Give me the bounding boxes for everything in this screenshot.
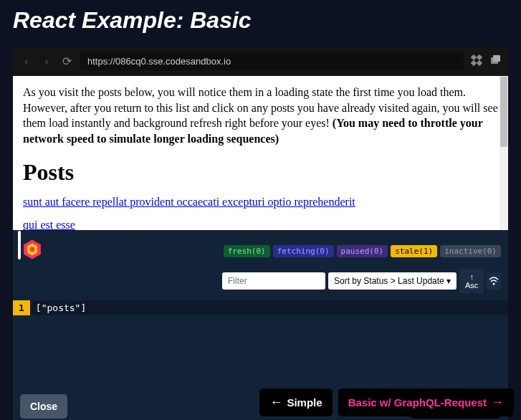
- grid-icon[interactable]: [471, 54, 482, 69]
- url-bar[interactable]: https://086cq0.sse.codesandbox.io: [80, 52, 464, 70]
- forward-icon[interactable]: ›: [40, 55, 53, 68]
- scrollbar-track[interactable]: [500, 76, 508, 230]
- devtools-controls: Sort by Status > Last Update ▾ ↑ Asc: [13, 269, 508, 300]
- arrow-left-icon: ←: [269, 395, 282, 410]
- react-query-logo-icon: [20, 237, 44, 264]
- window-icon[interactable]: [489, 54, 501, 69]
- devtools-body: [13, 315, 508, 387]
- badge-fresh[interactable]: fresh(0): [224, 245, 270, 257]
- pagination-nav: ← Simple Basic w/ GraphQL-Request →: [259, 388, 514, 416]
- query-count: 1: [13, 300, 30, 315]
- scrollbar-thumb[interactable]: [500, 77, 507, 147]
- nav-bar: ‹ › ⟳ https://086cq0.sse.codesandbox.io: [13, 47, 508, 76]
- post-link[interactable]: sunt aut facere repellat provident occae…: [23, 196, 498, 209]
- browser-chrome: ‹ › ⟳ https://086cq0.sse.codesandbox.io …: [13, 47, 508, 420]
- posts-heading: Posts: [23, 159, 498, 186]
- badge-paused[interactable]: paused(0): [337, 245, 388, 257]
- devtools-header: fresh(0) fetching(0) paused(0) stale(1) …: [13, 230, 508, 269]
- badge-inactive[interactable]: inactive(0): [440, 245, 501, 257]
- back-icon[interactable]: ‹: [20, 55, 33, 68]
- next-label: Basic w/ GraphQL-Request: [348, 396, 487, 409]
- intro-text: As you visit the posts below, you will n…: [23, 85, 498, 146]
- content-area: As you visit the posts below, you will n…: [13, 76, 508, 230]
- svg-rect-0: [471, 54, 477, 60]
- arrow-right-icon: →: [491, 395, 504, 410]
- prev-label: Simple: [287, 396, 322, 409]
- badge-stale[interactable]: stale(1): [391, 245, 437, 257]
- next-page-button[interactable]: Basic w/ GraphQL-Request →: [338, 388, 514, 416]
- reload-icon[interactable]: ⟳: [60, 54, 73, 68]
- svg-rect-1: [477, 54, 482, 60]
- svg-point-9: [493, 283, 495, 285]
- prev-page-button[interactable]: ← Simple: [259, 388, 332, 416]
- status-badges: fresh(0) fetching(0) paused(0) stale(1) …: [224, 245, 501, 257]
- filter-input[interactable]: [222, 272, 325, 290]
- badge-fetching[interactable]: fetching(0): [273, 245, 334, 257]
- resize-handle[interactable]: [18, 231, 21, 259]
- svg-rect-5: [493, 55, 500, 62]
- query-key: ["posts"]: [30, 300, 92, 315]
- wifi-icon[interactable]: [487, 272, 501, 290]
- post-link[interactable]: qui est esse: [23, 219, 498, 230]
- svg-rect-3: [477, 59, 482, 65]
- sort-button[interactable]: Sort by Status > Last Update ▾: [328, 272, 457, 290]
- svg-rect-2: [471, 59, 477, 65]
- asc-button[interactable]: ↑ Asc: [459, 269, 484, 293]
- page-title: React Example: Basic: [0, 0, 521, 47]
- close-button[interactable]: Close: [20, 394, 67, 419]
- query-row[interactable]: 1 ["posts"]: [13, 300, 508, 315]
- svg-point-8: [30, 247, 35, 252]
